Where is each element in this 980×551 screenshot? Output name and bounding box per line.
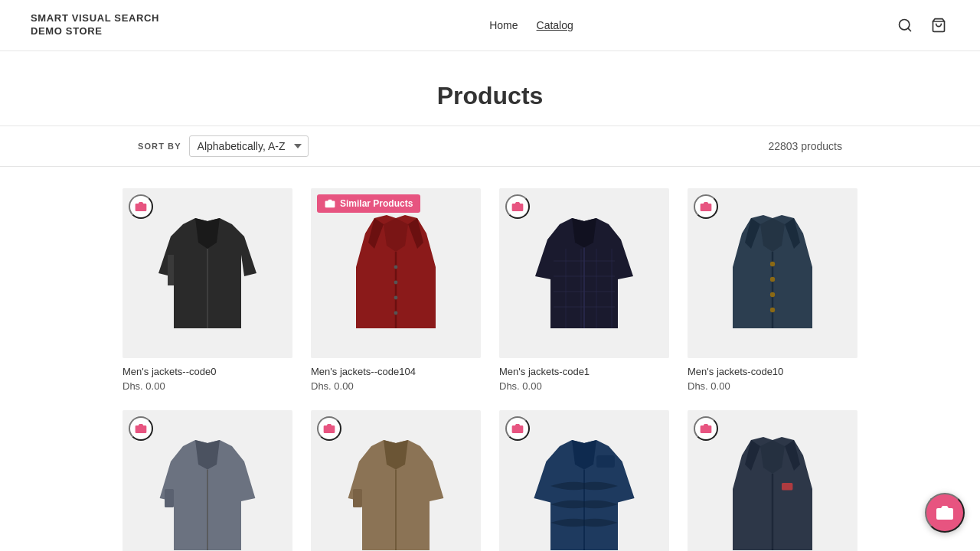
product-image-wrap <box>122 410 292 551</box>
camera-icon <box>511 422 524 435</box>
product-name: Men's jackets-code10 <box>688 366 858 377</box>
svg-line-1 <box>908 28 911 31</box>
svg-point-25 <box>770 308 775 312</box>
product-image-wrap <box>311 410 481 551</box>
similar-products-badge[interactable]: Similar Products <box>317 194 420 213</box>
header: SMART VISUAL SEARCH DEMO STORE Home Cata… <box>0 0 980 51</box>
cart-icon <box>931 18 946 33</box>
visual-search-button[interactable] <box>694 416 718 441</box>
product-count: 22803 products <box>768 140 842 152</box>
visual-search-button[interactable] <box>129 194 153 219</box>
products-grid: Men's jackets--code0Dhs. 0.00 Similar Pr… <box>0 173 980 551</box>
sort-label: SORT BY <box>138 142 181 151</box>
product-card-0[interactable]: Men's jackets--code0Dhs. 0.00 <box>122 188 292 392</box>
sort-select[interactable]: Alphabetically, A-Z Alphabetically, Z-A … <box>189 135 309 157</box>
product-name: Men's jackets-code1 <box>499 366 669 377</box>
product-image-wrap <box>499 188 669 358</box>
visual-search-button[interactable] <box>505 416 530 441</box>
product-image-wrap <box>122 188 292 358</box>
svg-rect-37 <box>782 483 792 491</box>
product-price: Dhs. 0.00 <box>311 380 481 392</box>
product-image-wrap <box>499 410 669 551</box>
product-name: Men's jackets--code0 <box>122 366 292 377</box>
camera-icon <box>135 201 147 213</box>
product-image <box>311 188 481 358</box>
badge-camera-icon <box>325 198 335 209</box>
product-card-7[interactable]: Men's jackets-code14Dhs. 0.00 <box>688 410 858 551</box>
camera-icon <box>700 201 712 213</box>
sort-bar: SORT BY Alphabetically, A-Z Alphabetical… <box>0 126 980 167</box>
product-image-wrap <box>688 410 858 551</box>
svg-point-9 <box>394 311 398 315</box>
floating-camera-icon <box>936 504 954 522</box>
svg-point-7 <box>394 280 398 284</box>
camera-icon <box>700 422 712 435</box>
svg-point-24 <box>770 292 775 297</box>
header-icons <box>894 15 949 36</box>
product-card-5[interactable]: Men's jackets-code12Dhs. 0.00 <box>311 410 481 551</box>
product-image-wrap: Similar Products <box>311 188 481 358</box>
nav-catalog[interactable]: Catalog <box>537 19 573 31</box>
product-card-1[interactable]: Similar ProductsMen's jackets--code104Dh… <box>311 188 481 392</box>
svg-rect-28 <box>165 489 174 507</box>
product-image-wrap <box>688 188 858 358</box>
camera-icon <box>323 422 335 435</box>
product-price: Dhs. 0.00 <box>122 380 292 392</box>
visual-search-button[interactable] <box>694 194 718 219</box>
search-button[interactable] <box>894 15 916 36</box>
svg-point-23 <box>770 277 775 282</box>
svg-rect-31 <box>353 489 362 507</box>
search-icon <box>897 18 913 33</box>
svg-point-22 <box>770 262 775 266</box>
svg-point-6 <box>394 265 398 269</box>
site-logo: SMART VISUAL SEARCH DEMO STORE <box>31 12 168 38</box>
nav-home[interactable]: Home <box>489 19 518 31</box>
product-card-4[interactable]: Men's jackets-code11Dhs. 0.00 <box>122 410 292 551</box>
visual-search-button[interactable] <box>129 416 153 441</box>
visual-search-button[interactable] <box>505 194 530 219</box>
main-nav: Home Catalog <box>489 19 573 31</box>
svg-rect-34 <box>596 455 615 468</box>
camera-icon <box>511 201 524 213</box>
product-card-2[interactable]: Men's jackets-code1Dhs. 0.00 <box>499 188 669 392</box>
svg-point-8 <box>394 295 398 299</box>
visual-search-button[interactable] <box>317 416 341 441</box>
product-price: Dhs. 0.00 <box>499 380 669 392</box>
similar-badge-label: Similar Products <box>340 198 413 209</box>
product-card-6[interactable]: Men's jackets-code13Dhs. 0.00 <box>499 410 669 551</box>
sort-group: SORT BY Alphabetically, A-Z Alphabetical… <box>138 135 309 157</box>
camera-icon <box>135 422 147 435</box>
cart-button[interactable] <box>928 15 949 36</box>
floating-camera-button[interactable] <box>925 493 965 533</box>
product-card-3[interactable]: Men's jackets-code10Dhs. 0.00 <box>688 188 858 392</box>
product-name: Men's jackets--code104 <box>311 366 481 377</box>
product-price: Dhs. 0.00 <box>688 380 858 392</box>
page-title: Products <box>15 82 965 110</box>
page-title-section: Products <box>0 51 980 126</box>
